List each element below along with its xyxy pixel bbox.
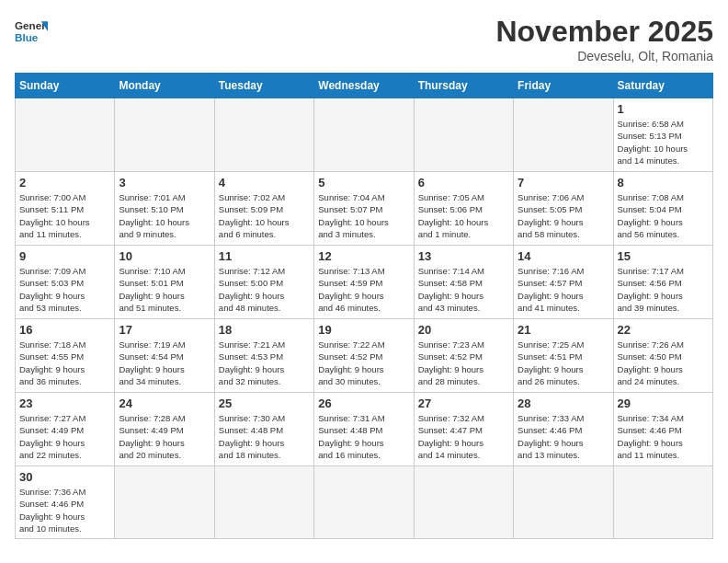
table-row: 14Sunrise: 7:16 AM Sunset: 4:57 PM Dayli… [514, 246, 613, 319]
day-number: 12 [318, 249, 409, 263]
table-row [514, 98, 613, 172]
svg-text:Blue: Blue [15, 31, 39, 43]
day-number: 24 [119, 396, 210, 410]
day-info: Sunrise: 7:01 AM Sunset: 5:10 PM Dayligh… [119, 191, 210, 240]
header-tuesday: Tuesday [214, 74, 313, 98]
day-number: 17 [119, 323, 210, 337]
header-sunday: Sunday [16, 74, 115, 98]
day-info: Sunrise: 7:16 AM Sunset: 4:57 PM Dayligh… [518, 265, 609, 314]
day-info: Sunrise: 7:04 AM Sunset: 5:07 PM Dayligh… [318, 191, 409, 240]
day-info: Sunrise: 7:17 AM Sunset: 4:56 PM Dayligh… [618, 265, 709, 314]
day-number: 9 [19, 249, 110, 263]
day-number: 27 [418, 396, 509, 410]
day-info: Sunrise: 7:31 AM Sunset: 4:48 PM Dayligh… [318, 412, 409, 461]
day-number: 21 [518, 323, 609, 337]
table-row: 29Sunrise: 7:34 AM Sunset: 4:46 PM Dayli… [613, 393, 712, 466]
day-info: Sunrise: 7:28 AM Sunset: 4:49 PM Dayligh… [119, 412, 210, 461]
table-row: 13Sunrise: 7:14 AM Sunset: 4:58 PM Dayli… [414, 246, 513, 319]
day-info: Sunrise: 7:06 AM Sunset: 5:05 PM Dayligh… [518, 191, 609, 240]
table-row [314, 98, 414, 172]
table-row: 16Sunrise: 7:18 AM Sunset: 4:55 PM Dayli… [16, 319, 115, 393]
table-row [514, 466, 613, 539]
subtitle: Deveselu, Olt, Romania [495, 49, 713, 63]
day-number: 18 [219, 323, 310, 337]
table-row [214, 98, 313, 172]
calendar-table: Sunday Monday Tuesday Wednesday Thursday… [15, 73, 713, 539]
table-row: 4Sunrise: 7:02 AM Sunset: 5:09 PM Daylig… [214, 172, 313, 246]
table-row: 22Sunrise: 7:26 AM Sunset: 4:50 PM Dayli… [613, 319, 712, 393]
day-info: Sunrise: 7:36 AM Sunset: 4:46 PM Dayligh… [19, 486, 110, 534]
day-info: Sunrise: 7:25 AM Sunset: 4:51 PM Dayligh… [518, 339, 609, 387]
table-row: 25Sunrise: 7:30 AM Sunset: 4:48 PM Dayli… [214, 393, 313, 466]
header-thursday: Thursday [414, 74, 513, 98]
day-number: 20 [418, 323, 509, 337]
day-number: 26 [318, 396, 409, 410]
table-row: 17Sunrise: 7:19 AM Sunset: 4:54 PM Dayli… [115, 319, 214, 393]
table-row: 26Sunrise: 7:31 AM Sunset: 4:48 PM Dayli… [314, 393, 414, 466]
table-row: 21Sunrise: 7:25 AM Sunset: 4:51 PM Dayli… [514, 319, 613, 393]
day-number: 28 [518, 396, 609, 410]
day-info: Sunrise: 7:08 AM Sunset: 5:04 PM Dayligh… [618, 191, 709, 240]
table-row: 2Sunrise: 7:00 AM Sunset: 5:11 PM Daylig… [16, 172, 115, 246]
table-row: 20Sunrise: 7:23 AM Sunset: 4:52 PM Dayli… [414, 319, 513, 393]
table-row: 15Sunrise: 7:17 AM Sunset: 4:56 PM Dayli… [613, 246, 712, 319]
header-monday: Monday [115, 74, 214, 98]
table-row: 23Sunrise: 7:27 AM Sunset: 4:49 PM Dayli… [16, 393, 115, 466]
day-info: Sunrise: 7:33 AM Sunset: 4:46 PM Dayligh… [518, 412, 609, 461]
day-info: Sunrise: 7:34 AM Sunset: 4:46 PM Dayligh… [618, 412, 709, 461]
day-number: 4 [219, 176, 310, 190]
day-number: 10 [119, 249, 210, 263]
day-info: Sunrise: 7:09 AM Sunset: 5:03 PM Dayligh… [19, 265, 110, 314]
day-info: Sunrise: 7:12 AM Sunset: 5:00 PM Dayligh… [219, 265, 310, 314]
day-number: 14 [518, 249, 609, 263]
day-number: 16 [19, 323, 110, 337]
day-number: 2 [19, 176, 110, 190]
day-number: 22 [618, 323, 709, 337]
day-number: 15 [618, 249, 709, 263]
svg-text:General: General [15, 19, 48, 31]
day-number: 7 [518, 176, 609, 190]
day-info: Sunrise: 7:26 AM Sunset: 4:50 PM Dayligh… [618, 339, 709, 387]
day-info: Sunrise: 7:30 AM Sunset: 4:48 PM Dayligh… [219, 412, 310, 461]
day-number: 19 [318, 323, 409, 337]
day-number: 25 [219, 396, 310, 410]
title-block: November 2025 Deveselu, Olt, Romania [495, 15, 713, 63]
day-info: Sunrise: 7:27 AM Sunset: 4:49 PM Dayligh… [19, 412, 110, 461]
day-info: Sunrise: 7:19 AM Sunset: 4:54 PM Dayligh… [119, 339, 210, 387]
table-row [16, 98, 115, 172]
day-info: Sunrise: 7:13 AM Sunset: 4:59 PM Dayligh… [318, 265, 409, 314]
table-row [414, 98, 513, 172]
table-row [613, 466, 712, 539]
table-row: 9Sunrise: 7:09 AM Sunset: 5:03 PM Daylig… [16, 246, 115, 319]
table-row: 28Sunrise: 7:33 AM Sunset: 4:46 PM Dayli… [514, 393, 613, 466]
day-info: Sunrise: 6:58 AM Sunset: 5:13 PM Dayligh… [618, 118, 709, 167]
table-row [115, 466, 214, 539]
day-number: 23 [19, 396, 110, 410]
table-row [115, 98, 214, 172]
table-row [314, 466, 414, 539]
logo: General Blue [15, 15, 48, 48]
day-number: 3 [119, 176, 210, 190]
table-row: 7Sunrise: 7:06 AM Sunset: 5:05 PM Daylig… [514, 172, 613, 246]
day-info: Sunrise: 7:10 AM Sunset: 5:01 PM Dayligh… [119, 265, 210, 314]
day-info: Sunrise: 7:02 AM Sunset: 5:09 PM Dayligh… [219, 191, 310, 240]
table-row: 27Sunrise: 7:32 AM Sunset: 4:47 PM Dayli… [414, 393, 513, 466]
day-number: 29 [618, 396, 709, 410]
table-row: 11Sunrise: 7:12 AM Sunset: 5:00 PM Dayli… [214, 246, 313, 319]
day-number: 1 [618, 102, 709, 116]
day-info: Sunrise: 7:00 AM Sunset: 5:11 PM Dayligh… [19, 191, 110, 240]
day-info: Sunrise: 7:05 AM Sunset: 5:06 PM Dayligh… [418, 191, 509, 240]
day-number: 30 [19, 470, 110, 484]
page-header: General Blue November 2025 Deveselu, Olt… [15, 15, 713, 63]
day-info: Sunrise: 7:22 AM Sunset: 4:52 PM Dayligh… [318, 339, 409, 387]
table-row: 18Sunrise: 7:21 AM Sunset: 4:53 PM Dayli… [214, 319, 313, 393]
day-info: Sunrise: 7:14 AM Sunset: 4:58 PM Dayligh… [418, 265, 509, 314]
day-number: 5 [318, 176, 409, 190]
table-row: 19Sunrise: 7:22 AM Sunset: 4:52 PM Dayli… [314, 319, 414, 393]
header-friday: Friday [514, 74, 613, 98]
day-info: Sunrise: 7:18 AM Sunset: 4:55 PM Dayligh… [19, 339, 110, 387]
day-number: 8 [618, 176, 709, 190]
table-row: 3Sunrise: 7:01 AM Sunset: 5:10 PM Daylig… [115, 172, 214, 246]
header-saturday: Saturday [613, 74, 712, 98]
header-row: Sunday Monday Tuesday Wednesday Thursday… [16, 74, 713, 98]
